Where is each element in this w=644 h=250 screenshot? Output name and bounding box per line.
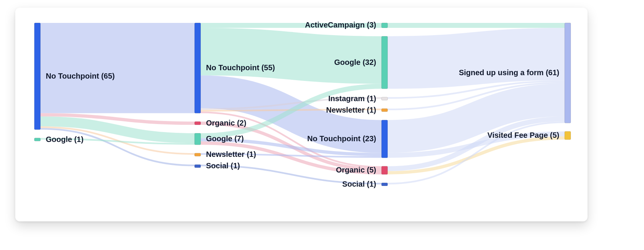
- sankey-link: [388, 54, 565, 63]
- sankey-node[interactable]: [565, 23, 571, 123]
- sankey-node[interactable]: [565, 131, 571, 140]
- sankey-node[interactable]: [382, 97, 388, 100]
- sankey-node[interactable]: [34, 23, 40, 130]
- chart-stage: No Touchpoint (65)Google (1)No Touchpoin…: [0, 0, 644, 250]
- sankey-node[interactable]: [34, 138, 40, 141]
- sankey-node[interactable]: [195, 23, 201, 113]
- sankey-node[interactable]: [382, 166, 388, 174]
- sankey-node[interactable]: [195, 122, 201, 125]
- sankey-node[interactable]: [195, 133, 201, 145]
- sankey-node[interactable]: [382, 23, 388, 28]
- sankey-chart: [15, 8, 588, 221]
- sankey-node[interactable]: [382, 120, 388, 158]
- sankey-node[interactable]: [195, 165, 201, 168]
- sankey-link: [201, 52, 382, 60]
- chart-card: No Touchpoint (65)Google (1)No Touchpoin…: [15, 8, 588, 221]
- sankey-node[interactable]: [382, 183, 388, 186]
- sankey-node[interactable]: [382, 109, 388, 112]
- sankey-node[interactable]: [195, 153, 201, 156]
- sankey-node[interactable]: [382, 36, 388, 89]
